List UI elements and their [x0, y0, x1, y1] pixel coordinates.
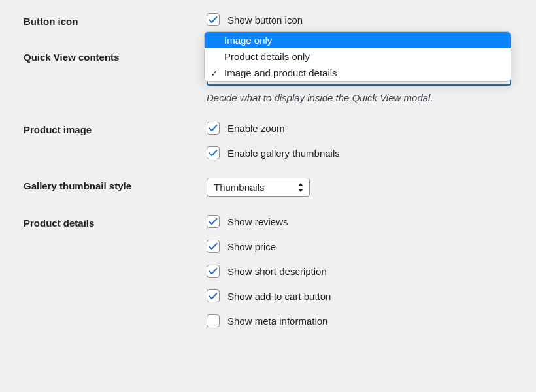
checkbox-show-price[interactable]: [207, 240, 220, 253]
field-product-details: Show reviews Show price Show short descr…: [207, 215, 512, 327]
label-quick-view: Quick View contents: [24, 49, 207, 103]
checkbox-row-show-button-icon: Show button icon: [207, 13, 512, 26]
helper-quick-view: Decide what to display inside the Quick …: [207, 92, 512, 103]
select-gallery-thumbnail-style[interactable]: Thumbnails: [207, 178, 310, 197]
option-image-only[interactable]: Image only: [205, 32, 511, 48]
label-button-icon: Button icon: [24, 13, 207, 27]
dropdown-quick-view-contents: Image only Product details only ✓ Image …: [204, 31, 511, 82]
check-icon: [208, 216, 218, 227]
option-label: Product details only: [224, 51, 310, 62]
checkbox-row-show-add-to-cart-button: Show add to cart button: [207, 289, 512, 302]
checkbox-row-show-reviews: Show reviews: [207, 215, 512, 228]
checkbox-show-add-to-cart-button[interactable]: [207, 289, 220, 302]
check-icon: [208, 241, 218, 252]
checkbox-enable-zoom[interactable]: [207, 122, 220, 135]
row-product-details: Product details Show reviews Show price …: [24, 215, 512, 327]
checkbox-row-show-meta-information: Show meta information: [207, 314, 512, 327]
checkbox-row-show-price: Show price: [207, 240, 512, 253]
option-label: Image and product details: [224, 67, 337, 78]
row-gallery-thumbnail-style: Gallery thumbnail style Thumbnails: [24, 178, 512, 197]
checkbox-label-show-add-to-cart-button: Show add to cart button: [227, 291, 331, 302]
check-icon: [208, 123, 218, 133]
checkbox-row-enable-zoom: Enable zoom: [207, 122, 512, 135]
field-gallery-thumbnail-style: Thumbnails: [207, 178, 512, 197]
check-icon: [208, 291, 218, 301]
checkmark-icon: ✓: [210, 69, 218, 78]
checkbox-row-enable-gallery-thumbnails: Enable gallery thumbnails: [207, 146, 512, 159]
checkbox-show-short-description[interactable]: [207, 265, 220, 278]
checkbox-label-show-meta-information: Show meta information: [227, 316, 327, 327]
checkbox-label-show-short-description: Show short description: [227, 266, 327, 277]
checkbox-row-show-short-description: Show short description: [207, 265, 512, 278]
row-product-image: Product image Enable zoom Enable gallery…: [24, 122, 512, 159]
option-image-and-product-details[interactable]: ✓ Image and product details: [205, 65, 511, 81]
field-button-icon: Show button icon: [207, 13, 512, 27]
row-button-icon: Button icon Show button icon: [24, 13, 512, 27]
check-icon: [208, 148, 218, 158]
label-product-image: Product image: [24, 122, 207, 159]
check-icon: [208, 266, 218, 276]
checkbox-label-show-reviews: Show reviews: [227, 216, 288, 227]
checkbox-label-show-price: Show price: [227, 241, 276, 252]
label-gallery-thumbnail-style: Gallery thumbnail style: [24, 178, 207, 197]
label-product-details: Product details: [24, 215, 207, 327]
updown-icon: [297, 183, 304, 192]
option-label: Image only: [224, 35, 272, 46]
checkbox-label-enable-zoom: Enable zoom: [227, 123, 285, 134]
checkbox-label-show-button-icon: Show button icon: [227, 14, 303, 25]
checkbox-show-button-icon[interactable]: [207, 13, 220, 26]
checkbox-show-reviews[interactable]: [207, 215, 220, 228]
checkbox-show-meta-information[interactable]: [207, 314, 220, 327]
option-product-details-only[interactable]: Product details only: [205, 48, 511, 65]
check-icon: [208, 14, 218, 25]
checkbox-enable-gallery-thumbnails[interactable]: [207, 146, 220, 159]
checkbox-label-enable-gallery-thumbnails: Enable gallery thumbnails: [227, 148, 340, 159]
field-product-image: Enable zoom Enable gallery thumbnails: [207, 122, 512, 159]
select-value: Thumbnails: [214, 182, 265, 193]
